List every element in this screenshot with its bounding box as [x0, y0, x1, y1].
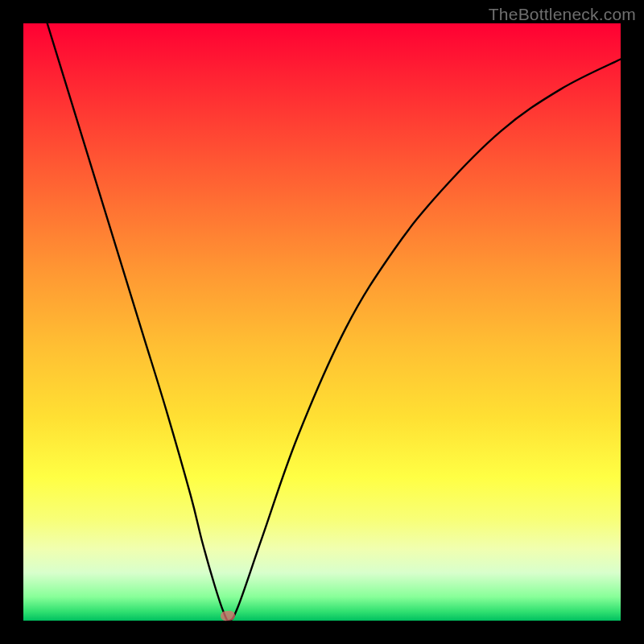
- plot-area: [23, 23, 621, 621]
- curve-svg: [23, 23, 621, 621]
- watermark-text: TheBottleneck.com: [489, 5, 636, 24]
- chart-frame: TheBottleneck.com: [0, 0, 644, 644]
- min-marker: [220, 611, 235, 621]
- bottleneck-curve-path: [47, 23, 621, 621]
